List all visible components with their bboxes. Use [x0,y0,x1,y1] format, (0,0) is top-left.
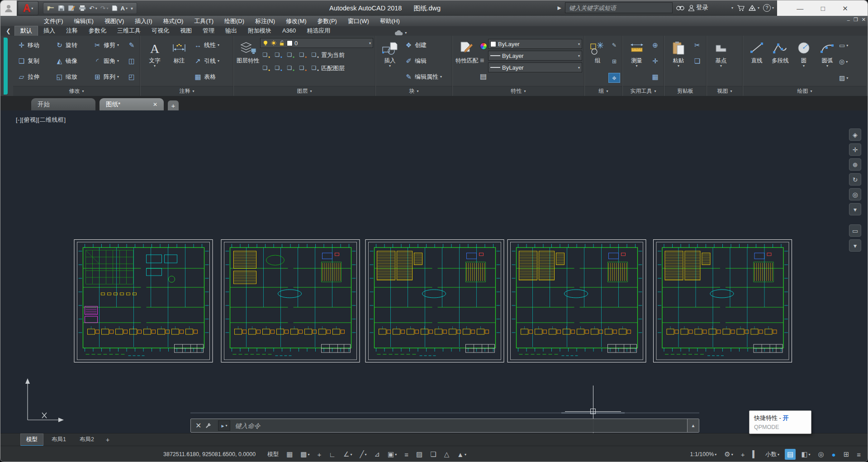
avatar[interactable] [0,0,17,16]
open-icon[interactable] [47,5,55,11]
menu-item-2[interactable]: 编辑(E) [70,16,98,26]
annotation-monitor-icon[interactable]: + [739,449,747,460]
annotation-scale-button[interactable]: 1:1/100%▾ [688,450,719,459]
mirror-button[interactable]: ◭镜像 [53,53,91,69]
move-button[interactable]: ✛移动 [15,37,53,53]
snap-mode-icon[interactable]: ▩▾ [298,449,312,460]
panel-footer-view[interactable]: 视图▾ [707,86,742,96]
new-sheet-icon[interactable] [112,5,118,11]
new-tab-button[interactable]: + [168,100,179,110]
array-button[interactable]: ⊞阵列▾ [91,69,125,85]
ungroup-icon[interactable]: ⊞ [608,57,620,67]
units-separator[interactable]: ▍ [750,449,760,460]
recent-commands-button[interactable]: ▸▾ [218,420,230,431]
linetype-icon[interactable]: ▤ [480,72,487,81]
paste-button[interactable]: 粘贴▾ [666,37,691,86]
ortho-mode-icon[interactable]: ∟ [327,449,338,460]
doc-minimize-button[interactable]: ‒ [847,17,850,23]
linetype-combo[interactable]: ByLayer▾ [488,62,582,72]
annotation-visibility-icon[interactable]: △ [442,449,452,460]
lineweight-icon[interactable]: ≡ [480,57,487,65]
new-layout-button[interactable]: + [102,436,113,443]
panel-footer-groups[interactable]: 组▾ [585,86,622,96]
trim-button[interactable]: ✂修剪▾ [91,37,125,53]
panel-footer-draw[interactable]: 绘图▾ [743,86,866,96]
close-button[interactable]: ✕ [842,5,848,12]
rectangle-icon[interactable]: ▭▾ [839,42,848,49]
layer-tool-icon[interactable]: ❏● [309,65,319,72]
layer-tool-icon[interactable]: ❏● [309,52,319,59]
menu-item-7[interactable]: 绘图(D) [220,16,249,26]
layer-combo[interactable]: 0▾ [260,38,373,48]
explode-icon[interactable]: ◫ [125,53,138,69]
orbit-icon[interactable]: ↻ [849,173,861,186]
group-button[interactable]: 组 [587,37,608,86]
ribbon-tab-6[interactable]: 可视化 [146,26,175,36]
navbar-expand-icon[interactable]: ▾ [849,239,861,252]
minimize-button[interactable]: — [797,5,803,12]
command-input[interactable] [230,422,687,430]
save-as-icon[interactable] [68,5,76,11]
ribbon-tab-7[interactable]: 视图 [175,26,197,36]
lineweight-icon[interactable]: ≡ [402,449,411,460]
panel-footer-block[interactable]: 块▾ [376,86,452,96]
maximize-button[interactable]: □ [821,5,825,12]
panel-footer-utilities[interactable]: 实用工具▾ [623,86,664,96]
group-selection-icon[interactable]: ❖ [608,73,620,83]
menu-item-1[interactable]: 文件(F) [39,16,68,26]
layer-tool-icon[interactable]: ❏● [260,65,270,72]
ribbon-tab-10[interactable]: 附加模块 [242,26,277,36]
drawing-sheet-4[interactable] [507,239,646,362]
layer-tool-icon[interactable]: ❏● [260,52,270,59]
quick-properties-icon[interactable]: ▤ [785,449,796,460]
line-button[interactable]: 直线 [745,37,768,86]
model-space-button[interactable]: 模型 [265,449,281,460]
stretch-button[interactable]: ▱拉伸 [15,69,53,85]
menu-item-12[interactable]: 帮助(H) [375,16,404,26]
copy-button[interactable]: ❏复制 [15,53,53,69]
transparency-icon[interactable]: ▨ [414,449,425,460]
color-wheel-icon[interactable] [480,43,487,50]
text-tool-icon[interactable]: A▾ [121,5,128,12]
search-input[interactable] [568,4,669,12]
layout-tab-模型[interactable]: 模型 [20,433,43,446]
infer-constraints-icon[interactable]: + [315,449,324,460]
point-style-icon[interactable]: ⊕ [649,37,662,53]
show-motion-icon[interactable]: ▭ [849,224,861,237]
drawing-sheet-3[interactable] [365,239,504,362]
arc-button[interactable]: 圆弧▾ [816,37,839,86]
base-point-button[interactable]: 基点▾ [709,37,733,86]
application-menu-button[interactable]: A▾ [18,1,38,15]
command-history-button[interactable]: ▲ [687,419,699,432]
hatch-icon[interactable]: ▨▾ [839,74,848,81]
palette-collapse-icon[interactable]: ❮ [6,28,11,34]
group-edit-icon[interactable]: ✎ [608,40,620,50]
panel-footer-clipboard[interactable]: 剪贴板 [664,86,706,96]
save-icon[interactable] [58,5,65,11]
redo-icon[interactable]: ↷▾ [100,5,109,12]
polar-tracking-icon[interactable]: ∠▾ [341,449,354,460]
drawing-sheet-1[interactable] [73,239,214,362]
text-button[interactable]: A文字▾ [142,37,167,86]
doc-close-button[interactable]: ✕ [862,17,866,23]
circle-button[interactable]: 圆▾ [792,37,816,86]
id-point-icon[interactable]: ✛ [649,53,662,69]
ribbon-tab-5[interactable]: 三维工具 [112,26,146,36]
menu-item-5[interactable]: 格式(O) [159,16,188,26]
lineweight-combo[interactable]: ByLayer▾ [488,51,582,61]
dimension-button[interactable]: 标注 [167,37,191,86]
insert-button[interactable]: 插入▾ [378,37,402,86]
match-properties-button[interactable]: 特性匹配 [455,37,479,86]
edit-attributes-button[interactable]: ✎编辑属性▾ [402,69,444,85]
object-snap-icon[interactable]: ▣▾ [385,449,399,460]
search-expand-icon[interactable]: ▶ [557,5,561,11]
autoscale-icon[interactable]: ▲▾ [455,449,469,460]
layout-tab-布局1[interactable]: 布局1 [46,434,71,445]
menu-item-11[interactable]: 窗口(W) [343,16,374,26]
command-close-icon[interactable]: ✕ [195,421,201,430]
grid-display-icon[interactable]: ▦ [284,449,295,460]
isometric-drafting-icon[interactable]: ╱▾ [357,449,369,460]
zoom-icon[interactable]: ⊕ [849,158,861,171]
app-store-button[interactable] [737,5,745,11]
layer-tool-icon[interactable]: ❏● [297,52,307,59]
